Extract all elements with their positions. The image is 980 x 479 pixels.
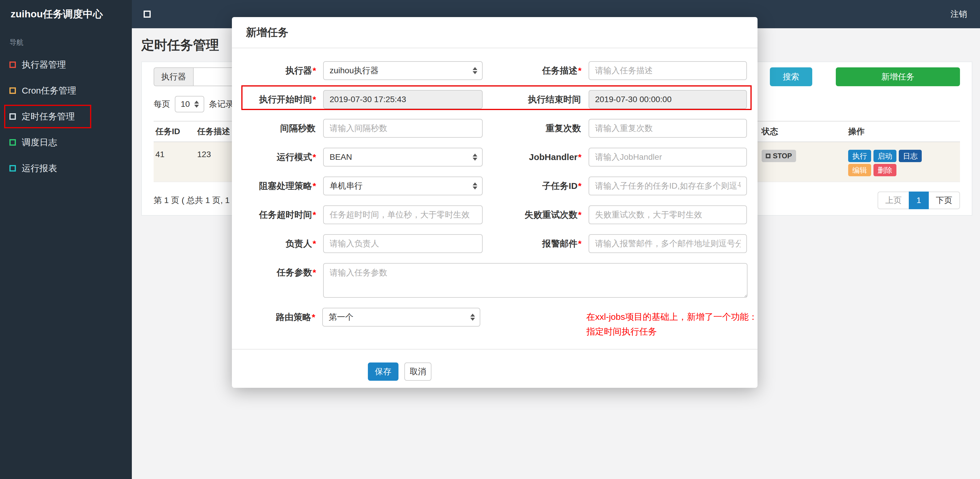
action-buttons: 执行 启动 日志 编辑 删除 <box>848 150 926 176</box>
block-strategy-label: 阻塞处理策略* <box>232 177 323 195</box>
action-start-button[interactable]: 启动 <box>873 150 896 162</box>
form-row: 任务参数* <box>232 263 757 298</box>
form-row: 执行器* zuihou执行器 任务描述* <box>232 61 757 80</box>
schedule-log-icon <box>10 139 16 146</box>
retry-count-label: 失败重试次数* <box>483 205 589 224</box>
child-job-id-input[interactable] <box>589 177 747 195</box>
job-param-textarea[interactable] <box>323 263 748 298</box>
sidebar-item-executor-mgmt[interactable]: 执行器管理 <box>0 52 132 78</box>
brand-title: zuihou任务调度中心 <box>11 7 103 21</box>
pager: 上页 1 下页 <box>878 191 960 209</box>
repeat-count-input[interactable] <box>589 119 747 138</box>
executor-mgmt-icon <box>10 62 16 68</box>
feature-note: 在xxl-jobs项目的基础上，新增了一个功能： 指定时间执行任务 <box>586 308 757 339</box>
jobhandler-label: JobHandler* <box>483 148 589 167</box>
add-task-modal: 新增任务 执行器* zuihou执行器 任务描述* 执行开始时间* 执行结束时间… <box>232 17 757 388</box>
header-status: 状态 <box>762 126 848 137</box>
sidebar-item-run-report[interactable]: 运行报表 <box>0 155 132 181</box>
job-desc-input[interactable] <box>589 61 747 80</box>
start-time-label: 执行开始时间* <box>232 90 323 109</box>
status-badge: STOP <box>762 150 796 162</box>
alarm-email-label: 报警邮件* <box>483 234 589 253</box>
block-strategy-select[interactable]: 单机串行 <box>323 177 483 195</box>
sidebar-nav-label: 导航 <box>0 28 132 52</box>
sidebar-toggle-icon[interactable] <box>144 11 151 18</box>
cell-status: STOP <box>762 142 848 181</box>
search-button[interactable]: 搜索 <box>770 67 812 86</box>
action-delete-button[interactable]: 删除 <box>873 164 896 176</box>
executor-label: 执行器* <box>232 61 323 80</box>
stop-icon <box>766 154 770 158</box>
owner-input[interactable] <box>323 234 483 253</box>
sidebar-item-cron-task-mgmt[interactable]: Cron任务管理 <box>0 78 132 103</box>
executor-select[interactable]: zuihou执行器 <box>323 61 483 80</box>
action-execute-button[interactable]: 执行 <box>848 150 871 162</box>
form-row: 间隔秒数 重复次数 <box>232 119 757 138</box>
brand: zuihou任务调度中心 <box>0 0 132 28</box>
sidebar-item-timed-task-mgmt[interactable]: 定时任务管理 <box>0 103 132 129</box>
sidebar-item-label: 调度日志 <box>22 137 57 149</box>
form-row: 阻塞处理策略* 单机串行 子任务ID* <box>232 177 757 195</box>
form-row: 负责人* 报警邮件* <box>232 234 757 253</box>
select-arrows-icon <box>473 154 477 161</box>
sidebar-item-label: Cron任务管理 <box>22 85 76 97</box>
per-page-select[interactable]: 10 <box>175 96 204 112</box>
route-strategy-select-value: 第一个 <box>329 312 353 323</box>
repeat-count-label: 重复次数 <box>483 119 589 138</box>
save-button[interactable]: 保存 <box>368 363 398 381</box>
end-time-input[interactable] <box>589 90 747 109</box>
timeout-input[interactable] <box>323 205 483 224</box>
cell-actions: 执行 启动 日志 编辑 删除 <box>848 142 960 181</box>
logout-link[interactable]: 注销 <box>951 8 967 20</box>
add-task-button[interactable]: 新增任务 <box>836 67 960 86</box>
run-report-icon <box>10 165 16 172</box>
interval-seconds-input[interactable] <box>323 119 483 138</box>
retry-count-input[interactable] <box>589 205 747 224</box>
modal-header: 新增任务 <box>232 17 757 48</box>
sidebar: 导航 执行器管理 Cron任务管理 定时任务管理 调度日志 运行报表 <box>0 28 132 479</box>
executor-select-value: zuihou执行器 <box>329 65 379 76</box>
alarm-email-input[interactable] <box>589 234 747 253</box>
sidebar-item-label: 运行报表 <box>22 162 57 175</box>
jobhandler-input[interactable] <box>589 148 747 167</box>
cell-task-id: 41 <box>154 142 197 181</box>
timed-task-icon <box>10 113 16 120</box>
per-page-prefix: 每页 <box>154 99 170 110</box>
pagination-prev-button[interactable]: 上页 <box>878 191 909 209</box>
action-edit-button[interactable]: 编辑 <box>848 164 871 176</box>
form-row: 执行开始时间* 执行结束时间 <box>232 90 757 109</box>
pagination-next-button[interactable]: 下页 <box>929 191 960 209</box>
cancel-button[interactable]: 取消 <box>404 363 431 381</box>
feature-note-line1: 在xxl-jobs项目的基础上，新增了一个功能： <box>586 310 757 324</box>
executor-filter-label: 执行器 <box>154 67 193 86</box>
sidebar-item-label: 定时任务管理 <box>22 111 75 123</box>
route-strategy-select[interactable]: 第一个 <box>322 308 480 326</box>
start-time-input[interactable] <box>323 90 483 109</box>
status-badge-label: STOP <box>773 152 792 160</box>
end-time-label: 执行结束时间 <box>483 90 589 109</box>
run-mode-select-value: BEAN <box>329 153 352 162</box>
per-page-suffix: 条记录 <box>209 99 234 110</box>
timeout-label: 任务超时时间* <box>232 205 323 224</box>
cron-task-icon <box>10 88 16 94</box>
run-mode-label: 运行模式* <box>232 148 323 167</box>
modal-footer: 保存 取消 <box>232 350 567 381</box>
header-task-id: 任务ID <box>154 126 197 137</box>
sidebar-item-label: 执行器管理 <box>22 59 66 71</box>
sidebar-item-schedule-log[interactable]: 调度日志 <box>0 129 132 155</box>
per-page-value: 10 <box>181 99 190 109</box>
block-strategy-select-value: 单机串行 <box>329 180 363 191</box>
select-arrows-icon <box>470 313 475 321</box>
form-row: 路由策略* 第一个 在xxl-jobs项目的基础上，新增了一个功能： 指定时间执… <box>232 308 757 339</box>
job-param-label: 任务参数* <box>232 263 323 298</box>
feature-note-line2: 指定时间执行任务 <box>586 324 757 339</box>
form-row: 任务超时时间* 失败重试次数* <box>232 205 757 224</box>
run-mode-select[interactable]: BEAN <box>323 148 483 167</box>
select-arrows-icon <box>194 100 199 108</box>
select-arrows-icon <box>473 67 477 74</box>
pagination-page-1-button[interactable]: 1 <box>909 191 929 209</box>
child-job-id-label: 子任务ID* <box>483 177 589 195</box>
owner-label: 负责人* <box>232 234 323 253</box>
modal-title: 新增任务 <box>246 25 288 40</box>
action-log-button[interactable]: 日志 <box>899 150 922 162</box>
